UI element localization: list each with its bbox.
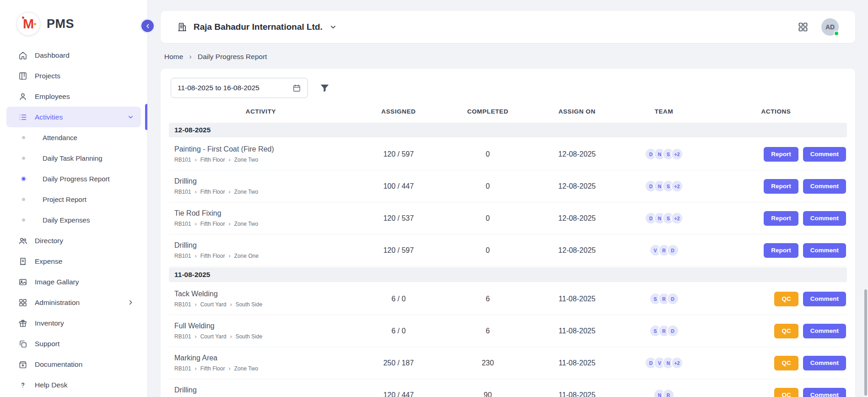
column-header-actions: ACTIONS (705, 108, 847, 115)
sidebar-item-inventory[interactable]: Inventory (6, 313, 141, 333)
activity-cell: Tie Rod FixingRB101›Fifth Floor›Zone Two (169, 209, 353, 227)
completed-value: 6 (444, 295, 531, 303)
sidebar-item-label: Activities (35, 113, 63, 121)
assigned-value: 6 / 0 (353, 327, 444, 335)
column-header-assign-on: ASSIGN ON (531, 108, 623, 115)
user-icon (18, 92, 27, 101)
column-header-team: TEAM (623, 108, 705, 115)
activity-path: RB101›Fifth Floor›Zone Two (174, 157, 353, 163)
sidebar-item-administration[interactable]: Administration (6, 292, 141, 313)
activity-cell: Tack WeldingRB101›Court Yard›South Side (169, 290, 353, 308)
table-row: Tie Rod FixingRB101›Fifth Floor›Zone Two… (169, 202, 847, 234)
team-avatars: DVN+2 (623, 357, 705, 369)
sidebar-subitem-attendance[interactable]: Attendance (0, 127, 147, 148)
sidebar-subitem-label: Daily Expenses (43, 216, 90, 224)
sidebar-item-support[interactable]: Support (6, 333, 141, 354)
bullet-icon (22, 136, 25, 139)
main-content: Raja Bahadur International Ltd. AD Home (148, 0, 868, 397)
chevron-right-icon: › (229, 157, 231, 163)
apps-grid-button[interactable] (798, 22, 809, 33)
chevron-right-icon: › (229, 189, 231, 195)
sidebar-item-directory[interactable]: Directory (6, 230, 141, 251)
sidebar-subitem-daily-task-planning[interactable]: Daily Task Planning (0, 148, 147, 169)
table-row: DrillingRB101›Fifth Floor›Zone Two100 / … (169, 170, 847, 202)
sidebar-subitem-label: Attendance (43, 134, 77, 141)
activity-cell: Marking AreaRB101›Fifth Floor›Zone Two (169, 354, 353, 372)
comment-button[interactable]: Comment (803, 324, 846, 338)
team-avatar[interactable]: +2 (671, 180, 683, 192)
chevron-down-icon (329, 23, 337, 31)
sidebar-item-expense[interactable]: Expense (6, 251, 141, 272)
sidebar-item-label: Administration (35, 299, 80, 307)
report-button[interactable]: Report (764, 179, 798, 194)
chevron-right-icon: › (195, 333, 197, 340)
company-selector[interactable]: Raja Bahadur International Ltd. (177, 22, 337, 32)
sidebar-item-help-desk[interactable]: Help Desk (6, 375, 141, 395)
home-icon (18, 51, 27, 60)
assign-on-value: 11-08-2025 (531, 327, 623, 335)
date-range-input[interactable]: 11-08-2025 to 16-08-2025 (171, 78, 308, 98)
comment-button[interactable]: Comment (803, 292, 846, 306)
date-group-header: 12-08-2025 (169, 123, 847, 137)
comment-button[interactable]: Comment (803, 388, 846, 397)
sidebar-item-documentation[interactable]: Documentation (6, 354, 141, 375)
funnel-icon (319, 82, 330, 94)
sidebar-collapse-button[interactable] (140, 18, 155, 33)
sidebar-item-activities[interactable]: Activities (6, 107, 141, 127)
team-avatars: SRD (623, 325, 705, 337)
breadcrumb-home[interactable]: Home (164, 53, 183, 61)
path-segment: RB101 (174, 253, 191, 259)
filter-button[interactable] (319, 82, 330, 94)
breadcrumb-current: Daily Progress Report (198, 53, 267, 61)
comment-button[interactable]: Comment (803, 147, 846, 162)
team-avatar[interactable]: +2 (671, 212, 683, 224)
comment-button[interactable]: Comment (803, 243, 846, 258)
chevron-right-icon: › (189, 52, 192, 61)
assigned-value: 120 / 447 (353, 391, 444, 397)
qc-button[interactable]: QC (774, 292, 798, 306)
path-segment: Fifth Floor (200, 365, 225, 372)
sidebar-item-projects[interactable]: Projects (6, 65, 141, 86)
sidebar-item-employees[interactable]: Employees (6, 86, 141, 107)
building-icon (177, 22, 187, 32)
sidebar-subitem-daily-expenses[interactable]: Daily Expenses (0, 210, 147, 230)
qc-button[interactable]: QC (774, 324, 798, 338)
row-actions: QCComment (705, 356, 847, 370)
completed-value: 0 (444, 214, 531, 223)
team-avatar[interactable]: +2 (671, 148, 683, 160)
sidebar-item-label: Projects (35, 72, 60, 80)
comment-button[interactable]: Comment (803, 211, 846, 226)
qc-button[interactable]: QC (774, 356, 798, 370)
sidebar-item-dashboard[interactable]: Dashboard (6, 45, 141, 65)
row-actions: QCComment (705, 292, 847, 306)
sidebar-item-label: Documentation (35, 360, 82, 369)
report-button[interactable]: Report (764, 147, 798, 162)
users-icon (18, 236, 27, 245)
sidebar-item-label: Expense (35, 257, 62, 266)
assigned-value: 120 / 597 (353, 246, 444, 255)
app-root: M PMS DashboardProjectsEmployeesActiviti… (0, 0, 868, 397)
sidebar-subitem-daily-progress-report[interactable]: Daily Progress Report (0, 169, 147, 189)
activity-title: Tie Rod Fixing (174, 209, 353, 218)
qc-button[interactable]: QC (774, 388, 798, 397)
receipt-icon (18, 257, 27, 266)
team-avatar: D (667, 325, 679, 337)
scrollbar-thumb[interactable] (864, 289, 867, 396)
comment-button[interactable]: Comment (803, 356, 846, 370)
assign-on-value: 12-08-2025 (531, 246, 623, 255)
comment-button[interactable]: Comment (803, 179, 846, 194)
team-avatars: DNS+2 (623, 212, 705, 224)
breadcrumb: Home › Daily Progress Report (164, 52, 855, 61)
sidebar-item-image-gallary[interactable]: Image Gallary (6, 272, 141, 292)
user-avatar[interactable]: AD (821, 18, 839, 36)
report-button[interactable]: Report (764, 211, 798, 226)
sidebar-subitem-project-report[interactable]: Project Report (0, 189, 147, 210)
filter-row: 11-08-2025 to 16-08-2025 (169, 78, 847, 98)
team-avatar[interactable]: +2 (671, 357, 683, 369)
report-button[interactable]: Report (764, 243, 798, 258)
bullet-icon (22, 177, 25, 180)
completed-value: 90 (444, 391, 531, 397)
chevron-right-icon: › (230, 301, 232, 308)
table-body: 12-08-2025Painting - First Coat (Fire Re… (169, 123, 847, 397)
activity-title: Drilling (174, 386, 353, 394)
